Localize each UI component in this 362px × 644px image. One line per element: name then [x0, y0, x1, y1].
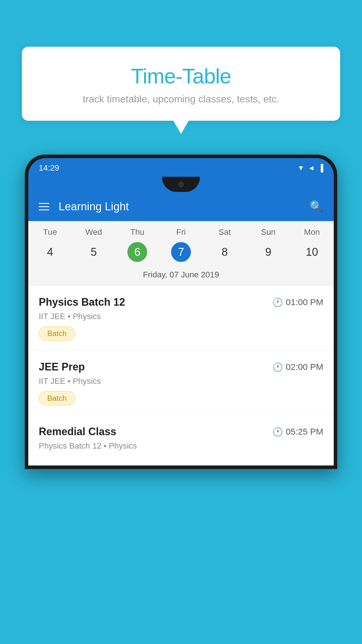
event-item-3[interactable]: Remedial Class 🕐 05:25 PM Physics Batch …: [28, 415, 334, 466]
day-num-10[interactable]: 10: [290, 246, 334, 258]
event-header-3: Remedial Class 🕐 05:25 PM: [39, 426, 323, 438]
event-header-1: Physics Batch 12 🕐 01:00 PM: [39, 296, 323, 308]
day-header-sun: Sun: [247, 228, 290, 237]
event-item-2[interactable]: JEE Prep 🕐 02:00 PM IIT JEE • Physics Ba…: [28, 350, 334, 415]
event-time-text-3: 05:25 PM: [286, 427, 323, 437]
phone-container: 14:29 ▼ ◄ ▐ Learning: [25, 155, 337, 644]
clock-icon-1: 🕐: [272, 297, 283, 307]
day-num-5[interactable]: 5: [72, 246, 116, 258]
search-icon[interactable]: 🔍: [310, 200, 323, 213]
status-time: 14:29: [39, 163, 59, 173]
phone-inner: 14:29 ▼ ◄ ▐ Learning: [28, 158, 334, 466]
phone-outer: 14:29 ▼ ◄ ▐ Learning: [25, 155, 337, 469]
selected-date-label: Friday, 07 June 2019: [28, 267, 334, 286]
event-time-2: 🕐 02:00 PM: [272, 362, 323, 372]
event-header-2: JEE Prep 🕐 02:00 PM: [39, 361, 323, 373]
clock-icon-2: 🕐: [272, 362, 283, 372]
event-title-3: Remedial Class: [39, 426, 116, 438]
day-circle-6: 6: [127, 242, 147, 262]
event-tag-2: Batch: [39, 391, 75, 405]
event-time-text-1: 01:00 PM: [286, 297, 323, 307]
events-container: Physics Batch 12 🕐 01:00 PM IIT JEE • Ph…: [28, 286, 334, 466]
day-header-mon: Mon: [290, 228, 334, 237]
event-subtitle-1: IIT JEE • Physics: [39, 312, 323, 321]
event-subtitle-3: Physics Batch 12 • Physics: [39, 441, 323, 451]
day-num-7[interactable]: 7: [159, 242, 203, 262]
wifi-icon: ▼: [297, 164, 304, 172]
event-time-text-2: 02:00 PM: [286, 362, 323, 372]
notch: [162, 177, 200, 192]
status-icons: ▼ ◄ ▐: [297, 164, 323, 172]
event-tag-1: Batch: [39, 326, 75, 341]
day-num-8[interactable]: 8: [203, 246, 247, 258]
day-numbers: 4 5 6 7: [28, 240, 334, 267]
hamburger-menu-icon[interactable]: [39, 203, 49, 210]
battery-icon: ▐: [318, 164, 323, 172]
day-header-fri: Fri: [159, 228, 203, 237]
day-num-9[interactable]: 9: [247, 246, 290, 258]
day-headers: Tue Wed Thu Fri Sat Sun Mon: [28, 221, 334, 240]
event-item-1[interactable]: Physics Batch 12 🕐 01:00 PM IIT JEE • Ph…: [28, 286, 334, 350]
camera-dot: [178, 181, 184, 187]
bubble-title: Time-Table: [36, 64, 326, 88]
day-header-tue: Tue: [28, 228, 72, 237]
status-bar: 14:29 ▼ ◄ ▐: [28, 158, 334, 177]
speech-bubble-container: Time-Table track timetable, upcoming cla…: [22, 47, 340, 121]
day-num-6[interactable]: 6: [115, 242, 159, 262]
event-subtitle-2: IIT JEE • Physics: [39, 377, 323, 386]
app-bar: Learning Light 🔍: [28, 192, 334, 221]
day-header-wed: Wed: [72, 228, 116, 237]
notch-area: [28, 177, 334, 192]
speech-bubble: Time-Table track timetable, upcoming cla…: [22, 47, 340, 121]
day-num-4[interactable]: 4: [28, 246, 72, 258]
app-title: Learning Light: [59, 200, 300, 213]
event-time-3: 🕐 05:25 PM: [272, 427, 323, 437]
event-title-2: JEE Prep: [39, 361, 85, 373]
event-title-1: Physics Batch 12: [39, 296, 125, 308]
day-header-thu: Thu: [115, 228, 159, 237]
signal-icon: ◄: [308, 164, 315, 172]
clock-icon-3: 🕐: [272, 427, 283, 437]
day-circle-7: 7: [171, 242, 191, 262]
event-time-1: 🕐 01:00 PM: [272, 297, 323, 307]
calendar-strip: Tue Wed Thu Fri Sat Sun Mon 4 5: [28, 221, 334, 286]
day-header-sat: Sat: [203, 228, 247, 237]
bubble-subtitle: track timetable, upcoming classes, tests…: [36, 93, 326, 105]
